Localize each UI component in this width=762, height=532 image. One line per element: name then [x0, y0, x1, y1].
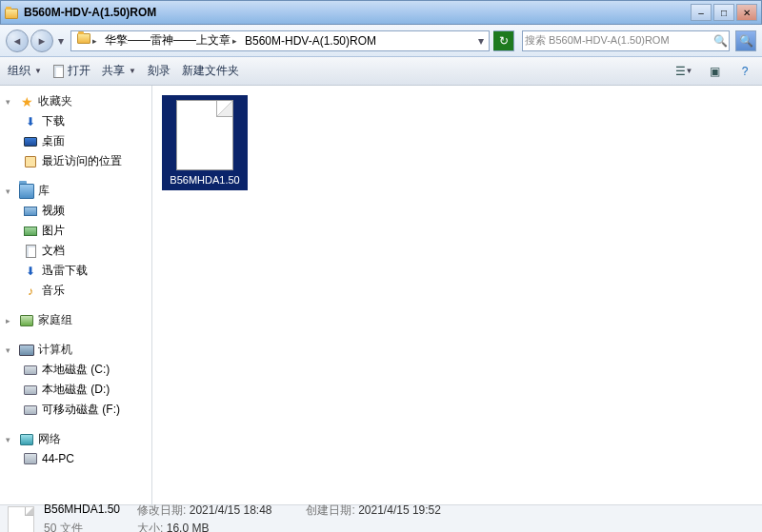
chevron-right-icon: ▸ [6, 316, 15, 325]
main-area: ▾ ★ 收藏夹 ⬇下载 桌面 最近访问的位置 ▾ 库 视频 图片 文档 ⬇迅雷下… [0, 86, 762, 504]
chevron-down-icon: ▾ [6, 435, 15, 444]
sidebar-item-drive-f[interactable]: 可移动磁盘 (F:) [4, 400, 148, 420]
sidebar-item-documents[interactable]: 文档 [4, 241, 148, 261]
details-size-label: 大小: [137, 522, 163, 533]
preview-pane-button[interactable]: ▣ [705, 62, 724, 81]
sidebar-item-xunlei[interactable]: ⬇迅雷下载 [4, 261, 148, 281]
chevron-down-icon: ▾ [6, 97, 15, 107]
navigation-pane: ▾ ★ 收藏夹 ⬇下载 桌面 最近访问的位置 ▾ 库 视频 图片 文档 ⬇迅雷下… [0, 86, 152, 504]
sidebar-libraries[interactable]: ▾ 库 [4, 181, 148, 201]
sidebar-homegroup[interactable]: ▸ 家庭组 [4, 310, 148, 330]
burn-button[interactable]: 刻录 [148, 63, 170, 79]
refresh-button[interactable]: ↻ [493, 30, 514, 51]
address-root[interactable]: ▸ [73, 34, 101, 48]
chevron-down-icon: ▾ [6, 187, 15, 196]
details-create-label: 创建日期: [306, 503, 354, 517]
sidebar-item-downloads[interactable]: ⬇下载 [4, 111, 148, 131]
breadcrumb-label: 华擎——雷神——上文章 [105, 32, 231, 49]
file-item-selected[interactable]: B56MHDA1.50 [162, 95, 248, 190]
window-controls: – □ ✕ [691, 4, 757, 21]
view-options-button[interactable]: ☰ ▼ [674, 62, 693, 81]
sidebar-item-videos[interactable]: 视频 [4, 201, 148, 221]
sidebar-item-music[interactable]: ♪音乐 [4, 281, 148, 301]
details-mod-label: 修改日期: [137, 503, 186, 517]
back-button[interactable]: ◄ [6, 30, 29, 52]
desktop-icon [23, 134, 38, 149]
details-filename: B56MHDA1.50 [44, 502, 120, 519]
window-title: B560M-HDV-A(1.50)ROM [24, 6, 691, 19]
sidebar-item-desktop[interactable]: 桌面 [4, 131, 148, 151]
title-bar: B560M-HDV-A(1.50)ROM – □ ✕ [0, 0, 762, 25]
history-dropdown[interactable]: ▾ [55, 31, 67, 50]
sidebar-item-drive-d[interactable]: 本地磁盘 (D:) [4, 380, 148, 400]
computer-icon [19, 343, 34, 358]
drive-icon [23, 383, 38, 398]
star-icon: ★ [19, 94, 34, 109]
chevron-down-icon: ▾ [6, 345, 15, 355]
sidebar-network[interactable]: ▾ 网络 [4, 429, 148, 449]
new-folder-button[interactable]: 新建文件夹 [182, 63, 239, 79]
library-icon [19, 184, 34, 199]
file-icon [176, 100, 233, 170]
video-icon [23, 204, 38, 219]
address-segment-2[interactable]: B560M-HDV-A(1.50)ROM [241, 34, 380, 48]
sidebar-item-network-pc[interactable]: 44-PC [4, 449, 148, 468]
maximize-button[interactable]: □ [713, 4, 734, 21]
document-icon [53, 65, 64, 78]
details-pane: B56MHDA1.50 修改日期: 2021/4/15 18:48 创建日期: … [0, 504, 762, 532]
sidebar-item-recent[interactable]: 最近访问的位置 [4, 151, 148, 171]
pc-icon [23, 451, 38, 466]
address-dropdown[interactable]: ▾ [475, 31, 487, 50]
drive-icon [23, 363, 38, 378]
details-type: 50 文件 [44, 521, 120, 533]
details-size-value: 16.0 MB [167, 522, 210, 533]
recent-icon [23, 154, 38, 169]
sidebar-item-drive-c[interactable]: 本地磁盘 (C:) [4, 360, 148, 380]
command-bar: 组织 ▼ 打开 共享 ▼ 刻录 新建文件夹 ☰ ▼ ▣ ? [0, 57, 762, 86]
sidebar-item-pictures[interactable]: 图片 [4, 221, 148, 241]
address-bar[interactable]: ▸ 华擎——雷神——上文章 ▸ B560M-HDV-A(1.50)ROM ▾ [70, 30, 490, 51]
organize-menu[interactable]: 组织 ▼ [8, 63, 42, 79]
details-create-value: 2021/4/15 19:52 [358, 503, 441, 517]
nav-arrows: ◄ ► ▾ [6, 30, 67, 52]
folder-icon [77, 34, 90, 48]
network-icon [19, 432, 34, 447]
help-button[interactable]: ? [735, 62, 754, 81]
drive-icon [23, 403, 38, 418]
close-button[interactable]: ✕ [736, 4, 757, 21]
file-list[interactable]: B56MHDA1.50 [152, 86, 762, 504]
picture-icon [23, 224, 38, 239]
sidebar-favorites[interactable]: ▾ ★ 收藏夹 [4, 91, 148, 111]
search-go-button[interactable]: 🔍 [735, 30, 756, 51]
search-box[interactable]: 搜索 B560M-HDV-A(1.50)ROM 🔍 [522, 30, 730, 51]
file-name: B56MHDA1.50 [170, 174, 239, 186]
music-icon: ♪ [23, 284, 38, 299]
address-segment-1[interactable]: 华擎——雷神——上文章 ▸ [101, 32, 241, 49]
share-menu[interactable]: 共享 ▼ [102, 63, 136, 79]
file-icon [8, 506, 34, 533]
sidebar-computer[interactable]: ▾ 计算机 [4, 340, 148, 360]
forward-button[interactable]: ► [30, 30, 53, 52]
search-placeholder: 搜索 B560M-HDV-A(1.50)ROM [523, 33, 712, 48]
open-button[interactable]: 打开 [53, 63, 90, 79]
folder-icon [5, 5, 20, 20]
download-icon: ⬇ [23, 114, 38, 129]
minimize-button[interactable]: – [691, 4, 712, 21]
navigation-bar: ◄ ► ▾ ▸ 华擎——雷神——上文章 ▸ B560M-HDV-A(1.50)R… [0, 25, 762, 57]
search-icon: 🔍 [712, 32, 729, 49]
homegroup-icon [19, 313, 34, 328]
download-icon: ⬇ [23, 264, 38, 279]
breadcrumb-label: B560M-HDV-A(1.50)ROM [245, 34, 376, 48]
details-mod-value: 2021/4/15 18:48 [190, 503, 272, 517]
document-icon [23, 244, 38, 259]
